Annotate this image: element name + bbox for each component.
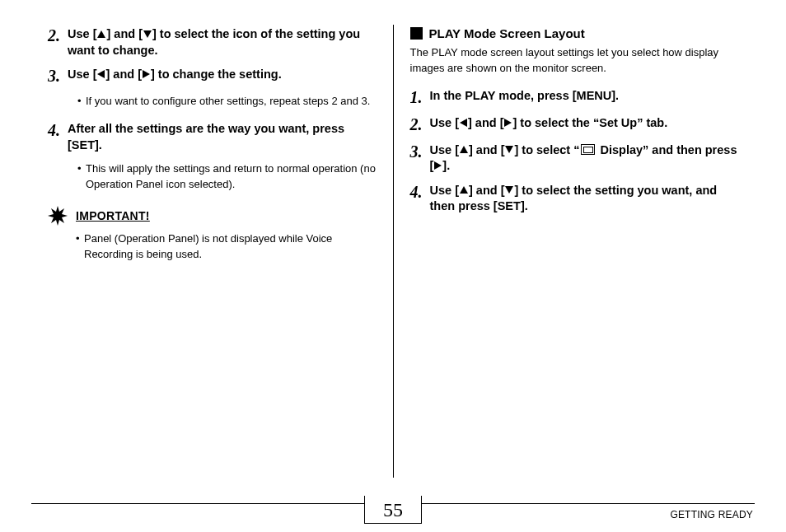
important-list: Panel (Operation Panel) is not displayed… bbox=[76, 231, 377, 263]
step-number: 1. bbox=[410, 88, 430, 107]
arrow-right-icon bbox=[504, 119, 512, 127]
step-text: Use [] and [] to select the “Set Up” tab… bbox=[430, 115, 668, 134]
svg-marker-0 bbox=[48, 206, 68, 226]
arrow-down-icon bbox=[143, 30, 152, 38]
step-text: Use [] and [] to select “ Display” and t… bbox=[430, 142, 739, 175]
step-number: 2. bbox=[410, 115, 430, 134]
important-label: IMPORTANT! bbox=[76, 209, 150, 222]
left-step-4-sub: This will apply the settings and return … bbox=[77, 161, 377, 193]
arrow-right-icon bbox=[434, 161, 442, 170]
section-description: The PLAY mode screen layout settings let… bbox=[410, 45, 739, 77]
arrow-down-icon bbox=[505, 146, 513, 153]
arrow-right-icon bbox=[143, 70, 150, 78]
arrow-up-icon bbox=[460, 186, 468, 194]
columns: 2. Use [] and [] to select the icon of t… bbox=[31, 25, 755, 478]
step-number: 4. bbox=[48, 121, 68, 153]
arrow-left-icon bbox=[97, 70, 105, 78]
right-step-4: 4. Use [] and [] to select the setting y… bbox=[410, 183, 739, 215]
arrow-left-icon bbox=[460, 119, 467, 127]
step-number: 3. bbox=[48, 67, 68, 86]
left-column: 2. Use [] and [] to select the icon of t… bbox=[31, 25, 393, 478]
section-header: PLAY Mode Screen Layout bbox=[410, 26, 739, 40]
step-text: Use [] and [] to select the icon of the … bbox=[68, 26, 377, 58]
step-number: 2. bbox=[48, 26, 68, 58]
sub-item: This will apply the settings and return … bbox=[77, 161, 377, 193]
page-number-wrap: 55 bbox=[0, 497, 786, 524]
arrow-up-icon bbox=[97, 30, 105, 38]
left-step-4: 4. After all the settings are the way yo… bbox=[48, 121, 377, 153]
right-column: PLAY Mode Screen Layout The PLAY mode sc… bbox=[394, 25, 756, 478]
left-step-2: 2. Use [] and [] to select the icon of t… bbox=[48, 26, 377, 58]
step-text: In the PLAY mode, press [MENU]. bbox=[430, 88, 620, 107]
square-bullet-icon bbox=[410, 27, 423, 40]
left-step-3: 3. Use [] and [] to change the setting. bbox=[48, 67, 377, 86]
step-text: Use [] and [] to change the setting. bbox=[68, 67, 282, 86]
page-number: 55 bbox=[364, 496, 422, 524]
arrow-up-icon bbox=[460, 146, 468, 153]
important-header: IMPORTANT! bbox=[48, 206, 377, 226]
right-step-3: 3. Use [] and [] to select “ Display” an… bbox=[410, 142, 739, 175]
left-step-3-sub: If you want to configure other settings,… bbox=[77, 94, 377, 110]
starburst-icon bbox=[48, 206, 68, 226]
right-step-1: 1. In the PLAY mode, press [MENU]. bbox=[410, 88, 739, 107]
step-number: 3. bbox=[410, 142, 430, 175]
step-number: 4. bbox=[410, 183, 430, 215]
step-text: After all the settings are the way you w… bbox=[68, 121, 377, 153]
right-step-2: 2. Use [] and [] to select the “Set Up” … bbox=[410, 115, 739, 134]
section-title: PLAY Mode Screen Layout bbox=[429, 26, 585, 40]
arrow-down-icon bbox=[505, 186, 513, 194]
display-icon bbox=[581, 144, 595, 155]
important-item: Panel (Operation Panel) is not displayed… bbox=[76, 231, 377, 263]
sub-item: If you want to configure other settings,… bbox=[77, 94, 377, 110]
step-text: Use [] and [] to select the setting you … bbox=[430, 183, 739, 215]
